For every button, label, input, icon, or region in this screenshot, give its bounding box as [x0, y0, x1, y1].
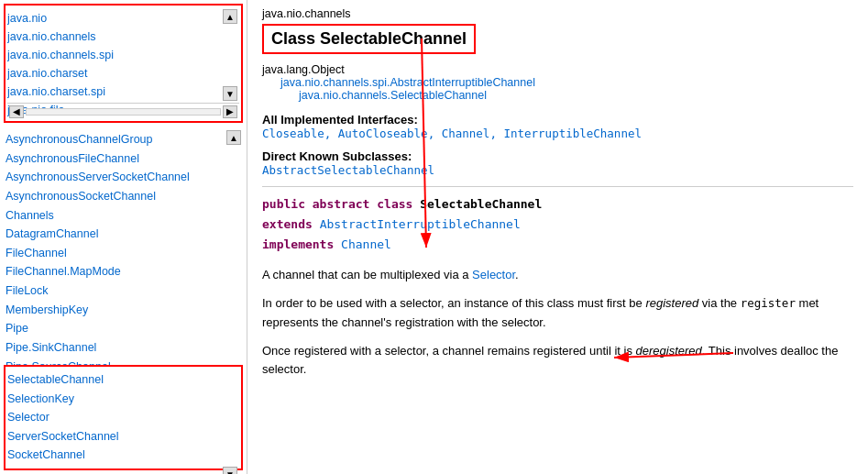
channel-link[interactable]: Channel	[442, 127, 490, 140]
class-link[interactable]: AsynchronousChannelGroup	[5, 130, 241, 149]
class-title: Class SelectableChannel	[271, 29, 467, 48]
list-item: java.nio.file.attribute	[7, 119, 239, 123]
description-paragraph2: In order to be used with a selector, an …	[262, 294, 853, 333]
scroll-down-bottom-button[interactable]: ▼	[223, 467, 237, 474]
list-item: Pipe.SourceChannel	[5, 358, 241, 365]
list-item: FileChannel.MapMode	[5, 262, 241, 281]
list-item: Pipe	[5, 319, 241, 338]
kw-implements: implements	[262, 237, 334, 251]
class-link[interactable]: FileLock	[5, 281, 241, 301]
interfaces-label: All Implemented Interfaces:	[262, 113, 418, 127]
list-item: AsynchronousServerSocketChannel	[5, 168, 241, 187]
declaration-line2: extends AbstractInterruptibleChannel	[262, 215, 853, 235]
class-hierarchy: java.lang.Object java.nio.channels.spi.A…	[262, 63, 853, 102]
class-link[interactable]: MembershipKey	[5, 301, 241, 320]
list-item: java.nio.channels.spi	[7, 46, 239, 64]
hierarchy-level0: java.lang.Object	[262, 63, 345, 76]
subclasses-label: Direct Known Subclasses:	[262, 149, 412, 163]
kw-abstract: abstract	[313, 197, 370, 211]
hierarchy-level2: java.nio.channels.SelectableChannel	[262, 89, 853, 102]
hierarchy-level1: java.nio.channels.spi.AbstractInterrupti…	[262, 76, 853, 89]
class-link[interactable]: AsynchronousServerSocketChannel	[5, 168, 241, 187]
package-link[interactable]: java.nio.charset.spi	[7, 83, 239, 101]
main-wrapper: java.nio.channels Class SelectableChanne…	[247, 0, 868, 474]
declaration-line1: public abstract class SelectableChannel	[262, 194, 853, 215]
sidebar-bottom-classes: SelectableChannel SelectionKey Selector …	[4, 365, 243, 470]
abstract-interruptible-link[interactable]: AbstractInterruptibleChannel	[320, 217, 521, 231]
scroll-up-mid-button[interactable]: ▲	[226, 130, 241, 145]
closeable-link[interactable]: Closeable	[262, 127, 324, 140]
list-item: Selector	[7, 408, 239, 427]
registered-em: registered	[645, 296, 698, 310]
class-title-box: Class SelectableChannel	[262, 24, 476, 54]
class-declaration: public abstract class SelectableChannel …	[262, 194, 853, 255]
list-item: java.nio.charset	[7, 64, 239, 83]
package-name: java.nio.channels	[262, 7, 853, 20]
selector-link[interactable]: Selector	[7, 408, 239, 427]
list-item: SocketChannel	[7, 446, 239, 465]
register-code: register	[741, 296, 796, 310]
channel-impl-link[interactable]: Channel	[341, 237, 391, 251]
package-link[interactable]: java.nio.file.attribute	[7, 119, 239, 123]
kw-extends: extends	[262, 217, 313, 231]
selector-link-text[interactable]: Selector	[472, 268, 515, 281]
sidebar-top-packages: ▲ java.nio java.nio.channels java.nio.ch…	[4, 4, 243, 123]
scroll-up-button[interactable]: ▲	[223, 9, 237, 24]
hierarchy-link1[interactable]: java.nio.channels.spi.AbstractInterrupti…	[280, 76, 535, 89]
class-link[interactable]: AsynchronousSocketChannel	[5, 187, 241, 206]
list-item: SelectableChannel	[7, 370, 239, 390]
list-item: java.nio.charset.spi	[7, 83, 239, 101]
list-item: AsynchronousFileChannel	[5, 149, 241, 169]
interfaces-list: Closeable, AutoCloseable, Channel, Inter…	[262, 127, 853, 140]
scroll-right-button[interactable]: ▶	[223, 105, 237, 118]
package-link[interactable]: java.nio	[7, 9, 239, 28]
package-link[interactable]: java.nio.channels	[7, 28, 239, 46]
scroll-track	[26, 108, 221, 116]
list-item: DatagramChannel	[5, 225, 241, 244]
autocloseable-link[interactable]: AutoCloseable	[338, 127, 428, 140]
list-item: java.nio.channels	[7, 28, 239, 46]
list-item: AsynchronousChannelGroup	[5, 130, 241, 149]
abstract-selectable-link[interactable]: AbstractSelectableChannel	[262, 163, 434, 177]
sidebar: ▲ java.nio java.nio.channels java.nio.ch…	[0, 0, 247, 474]
deregistered-em: deregistered	[636, 344, 702, 358]
bottom-class-list: SelectableChannel SelectionKey Selector …	[7, 370, 239, 465]
class-link[interactable]: DatagramChannel	[5, 225, 241, 244]
package-link[interactable]: java.nio.channels.spi	[7, 46, 239, 64]
list-item: FileChannel	[5, 244, 241, 263]
subclasses-list: AbstractSelectableChannel	[262, 163, 853, 177]
class-link[interactable]: Pipe	[5, 319, 241, 338]
list-item: Channels	[5, 206, 241, 226]
list-item: java.nio	[7, 9, 239, 28]
class-link[interactable]: Pipe.SourceChannel	[5, 358, 241, 365]
subclasses-section: Direct Known Subclasses: AbstractSelecta…	[262, 149, 853, 177]
sidebar-mid-classes: ▲ AsynchronousChannelGroup AsynchronousF…	[0, 127, 247, 365]
list-item: Pipe.SinkChannel	[5, 338, 241, 358]
class-link[interactable]: Channels	[5, 206, 241, 226]
class-link[interactable]: AsynchronousFileChannel	[5, 149, 241, 169]
class-link[interactable]: Pipe.SinkChannel	[5, 338, 241, 358]
class-link[interactable]: ServerSocketChannel	[7, 427, 239, 446]
class-link[interactable]: SelectionKey	[7, 390, 239, 409]
interruptiblechannel-link[interactable]: InterruptibleChannel	[503, 127, 642, 140]
scroll-down-button[interactable]: ▼	[223, 86, 237, 101]
selectable-channel-link[interactable]: SelectableChannel	[7, 370, 239, 390]
class-link[interactable]: FileChannel.MapMode	[5, 262, 241, 281]
description-paragraph1: A channel that can be multiplexed via a …	[262, 266, 853, 285]
description-paragraph3: Once registered with a selector, a chann…	[262, 342, 853, 380]
class-link[interactable]: SocketChannel	[7, 446, 239, 465]
main-content: java.nio.channels Class SelectableChanne…	[247, 0, 868, 396]
horizontal-scrollbar: ◀ ▶	[7, 103, 239, 119]
interfaces-section: All Implemented Interfaces: Closeable, A…	[262, 113, 853, 140]
class-link[interactable]: FileChannel	[5, 244, 241, 263]
package-link[interactable]: java.nio.charset	[7, 64, 239, 83]
mid-class-list: AsynchronousChannelGroup AsynchronousFil…	[5, 130, 241, 365]
scroll-left-button[interactable]: ◀	[9, 105, 24, 118]
divider	[262, 186, 853, 187]
declaration-line3: implements Channel	[262, 235, 853, 255]
classname-declaration: SelectableChannel	[420, 197, 542, 211]
list-item: MembershipKey	[5, 301, 241, 320]
kw-public: public	[262, 197, 305, 211]
list-item: FileLock	[5, 281, 241, 301]
hierarchy-link2[interactable]: java.nio.channels.SelectableChannel	[299, 89, 487, 102]
